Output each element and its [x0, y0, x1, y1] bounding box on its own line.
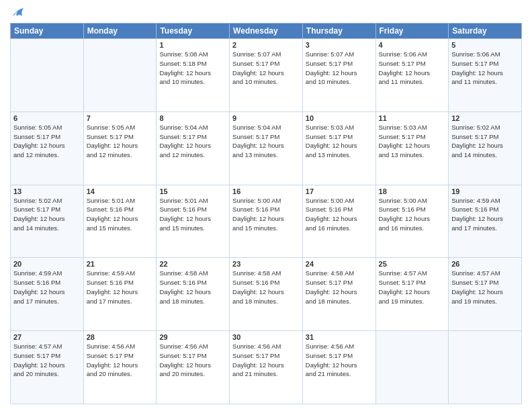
calendar-day-cell: 18Sunrise: 5:00 AM Sunset: 5:16 PM Dayli…	[375, 185, 449, 258]
day-number: 15	[159, 187, 226, 195]
day-info: Sunrise: 5:07 AM Sunset: 5:17 PM Dayligh…	[232, 50, 300, 87]
day-info: Sunrise: 4:59 AM Sunset: 5:16 PM Dayligh…	[13, 269, 81, 306]
day-number: 25	[379, 260, 446, 268]
day-info: Sunrise: 5:03 AM Sunset: 5:17 PM Dayligh…	[379, 123, 446, 160]
calendar-day-cell: 24Sunrise: 4:58 AM Sunset: 5:17 PM Dayli…	[302, 258, 375, 331]
day-number: 20	[13, 260, 81, 268]
day-info: Sunrise: 5:02 AM Sunset: 5:17 PM Dayligh…	[451, 123, 519, 160]
day-number: 18	[379, 187, 446, 195]
day-info: Sunrise: 4:57 AM Sunset: 5:17 PM Dayligh…	[13, 342, 81, 379]
day-info: Sunrise: 4:56 AM Sunset: 5:17 PM Dayligh…	[87, 342, 154, 379]
calendar-day-cell	[449, 331, 522, 404]
day-info: Sunrise: 4:57 AM Sunset: 5:17 PM Dayligh…	[379, 269, 446, 306]
day-number: 16	[232, 187, 300, 195]
day-number: 30	[232, 333, 300, 341]
calendar-day-cell: 7Sunrise: 5:05 AM Sunset: 5:17 PM Daylig…	[83, 111, 157, 185]
day-info: Sunrise: 4:56 AM Sunset: 5:17 PM Dayligh…	[306, 342, 373, 379]
calendar-day-cell: 22Sunrise: 4:58 AM Sunset: 5:16 PM Dayli…	[157, 258, 230, 331]
calendar-day-cell: 21Sunrise: 4:59 AM Sunset: 5:16 PM Dayli…	[83, 258, 157, 331]
calendar-day-cell: 14Sunrise: 5:01 AM Sunset: 5:16 PM Dayli…	[83, 185, 157, 258]
day-number: 28	[87, 333, 154, 341]
day-number: 24	[306, 260, 373, 268]
page: SundayMondayTuesdayWednesdayThursdayFrid…	[0, 0, 532, 411]
calendar-week-row: 27Sunrise: 4:57 AM Sunset: 5:17 PM Dayli…	[11, 331, 522, 404]
day-number: 9	[232, 114, 300, 122]
day-info: Sunrise: 4:57 AM Sunset: 5:17 PM Dayligh…	[451, 269, 519, 306]
day-info: Sunrise: 4:58 AM Sunset: 5:16 PM Dayligh…	[159, 269, 226, 306]
calendar-day-cell: 30Sunrise: 4:56 AM Sunset: 5:17 PM Dayli…	[230, 331, 303, 404]
day-info: Sunrise: 5:06 AM Sunset: 5:17 PM Dayligh…	[451, 50, 519, 87]
day-info: Sunrise: 5:00 AM Sunset: 5:16 PM Dayligh…	[379, 196, 446, 233]
calendar-day-cell	[11, 39, 84, 112]
calendar-day-cell: 3Sunrise: 5:07 AM Sunset: 5:17 PM Daylig…	[302, 39, 375, 112]
calendar-day-cell: 28Sunrise: 4:56 AM Sunset: 5:17 PM Dayli…	[83, 331, 157, 404]
day-info: Sunrise: 4:59 AM Sunset: 5:16 PM Dayligh…	[451, 196, 519, 233]
day-info: Sunrise: 4:56 AM Sunset: 5:17 PM Dayligh…	[232, 342, 300, 379]
day-number: 12	[451, 114, 519, 122]
calendar-day-cell: 26Sunrise: 4:57 AM Sunset: 5:17 PM Dayli…	[449, 258, 522, 331]
day-info: Sunrise: 5:07 AM Sunset: 5:17 PM Dayligh…	[306, 50, 373, 87]
day-info: Sunrise: 4:59 AM Sunset: 5:16 PM Dayligh…	[87, 269, 154, 306]
day-number: 19	[451, 187, 519, 195]
logo-bird-icon	[11, 7, 26, 19]
calendar-day-cell: 6Sunrise: 5:05 AM Sunset: 5:17 PM Daylig…	[11, 111, 84, 185]
calendar-day-cell: 17Sunrise: 5:00 AM Sunset: 5:16 PM Dayli…	[302, 185, 375, 258]
day-info: Sunrise: 5:04 AM Sunset: 5:17 PM Dayligh…	[232, 123, 300, 160]
calendar-week-row: 20Sunrise: 4:59 AM Sunset: 5:16 PM Dayli…	[11, 258, 522, 331]
calendar-day-cell: 13Sunrise: 5:02 AM Sunset: 5:17 PM Dayli…	[11, 185, 84, 258]
calendar-day-cell: 4Sunrise: 5:06 AM Sunset: 5:17 PM Daylig…	[375, 39, 449, 112]
calendar-day-cell: 9Sunrise: 5:04 AM Sunset: 5:17 PM Daylig…	[230, 111, 303, 185]
calendar-table: SundayMondayTuesdayWednesdayThursdayFrid…	[10, 23, 522, 404]
day-number: 1	[159, 41, 226, 49]
day-number: 23	[232, 260, 300, 268]
calendar-day-cell: 23Sunrise: 4:58 AM Sunset: 5:16 PM Dayli…	[230, 258, 303, 331]
day-number: 8	[159, 114, 226, 122]
calendar-day-cell: 25Sunrise: 4:57 AM Sunset: 5:17 PM Dayli…	[375, 258, 449, 331]
calendar-week-row: 13Sunrise: 5:02 AM Sunset: 5:17 PM Dayli…	[11, 185, 522, 258]
day-of-week-header: Wednesday	[230, 24, 303, 39]
day-info: Sunrise: 5:05 AM Sunset: 5:17 PM Dayligh…	[87, 123, 154, 160]
day-number: 27	[13, 333, 81, 341]
day-info: Sunrise: 5:00 AM Sunset: 5:16 PM Dayligh…	[306, 196, 373, 233]
day-info: Sunrise: 5:06 AM Sunset: 5:17 PM Dayligh…	[379, 50, 446, 87]
day-info: Sunrise: 4:58 AM Sunset: 5:17 PM Dayligh…	[306, 269, 373, 306]
day-number: 13	[13, 187, 81, 195]
calendar-week-row: 6Sunrise: 5:05 AM Sunset: 5:17 PM Daylig…	[11, 111, 522, 185]
day-info: Sunrise: 5:03 AM Sunset: 5:17 PM Dayligh…	[306, 123, 373, 160]
day-number: 26	[451, 260, 519, 268]
day-number: 22	[159, 260, 226, 268]
calendar-day-cell: 15Sunrise: 5:01 AM Sunset: 5:16 PM Dayli…	[157, 185, 230, 258]
day-number: 7	[87, 114, 154, 122]
day-of-week-header: Sunday	[11, 24, 84, 39]
day-number: 17	[306, 187, 373, 195]
day-info: Sunrise: 4:56 AM Sunset: 5:17 PM Dayligh…	[159, 342, 226, 379]
day-number: 2	[232, 41, 300, 49]
calendar-day-cell: 1Sunrise: 5:08 AM Sunset: 5:18 PM Daylig…	[157, 39, 230, 112]
day-info: Sunrise: 4:58 AM Sunset: 5:16 PM Dayligh…	[232, 269, 300, 306]
day-info: Sunrise: 5:04 AM Sunset: 5:17 PM Dayligh…	[159, 123, 226, 160]
calendar-day-cell: 19Sunrise: 4:59 AM Sunset: 5:16 PM Dayli…	[449, 185, 522, 258]
calendar-day-cell: 20Sunrise: 4:59 AM Sunset: 5:16 PM Dayli…	[11, 258, 84, 331]
day-of-week-header: Thursday	[302, 24, 375, 39]
day-number: 4	[379, 41, 446, 49]
calendar-day-cell: 16Sunrise: 5:00 AM Sunset: 5:16 PM Dayli…	[230, 185, 303, 258]
day-of-week-header: Monday	[83, 24, 157, 39]
day-number: 10	[306, 114, 373, 122]
day-number: 31	[306, 333, 373, 341]
day-info: Sunrise: 5:08 AM Sunset: 5:18 PM Dayligh…	[159, 50, 226, 87]
day-info: Sunrise: 5:02 AM Sunset: 5:17 PM Dayligh…	[13, 196, 81, 233]
calendar-week-row: 1Sunrise: 5:08 AM Sunset: 5:18 PM Daylig…	[11, 39, 522, 112]
calendar-day-cell	[375, 331, 449, 404]
day-number: 5	[451, 41, 519, 49]
calendar-day-cell: 12Sunrise: 5:02 AM Sunset: 5:17 PM Dayli…	[449, 111, 522, 185]
day-number: 6	[13, 114, 81, 122]
header	[10, 7, 522, 19]
day-number: 3	[306, 41, 373, 49]
calendar-day-cell: 5Sunrise: 5:06 AM Sunset: 5:17 PM Daylig…	[449, 39, 522, 112]
day-number: 29	[159, 333, 226, 341]
day-info: Sunrise: 5:01 AM Sunset: 5:16 PM Dayligh…	[87, 196, 154, 233]
day-number: 14	[87, 187, 154, 195]
calendar-header-row: SundayMondayTuesdayWednesdayThursdayFrid…	[11, 24, 522, 39]
day-of-week-header: Friday	[375, 24, 449, 39]
calendar-day-cell: 10Sunrise: 5:03 AM Sunset: 5:17 PM Dayli…	[302, 111, 375, 185]
